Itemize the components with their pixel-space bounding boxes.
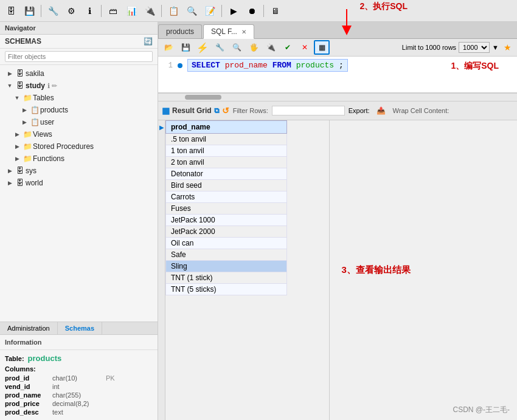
tab-administration[interactable]: Administration [0,322,58,334]
toolbar-btn-9[interactable]: 📋 [165,3,182,19]
tab-bar: products SQL F... ✕ [158,22,517,39]
tab-close-icon[interactable]: ✕ [241,29,246,35]
tree-item-tables[interactable]: ▼ 📁 Tables [0,92,158,104]
sql-hand-btn[interactable]: 🖐 [246,40,262,55]
table-row[interactable]: Detonator [166,168,287,180]
refresh-result-icon[interactable]: ↺ [222,106,229,115]
sql-grid-btn[interactable]: ▦ [314,40,330,55]
result-grid-tab[interactable]: ▦ Result Grid ⧉ ↺ [162,106,229,115]
favorite-btn[interactable]: ★ [500,40,515,55]
filter-input[interactable] [5,51,153,62]
table-row[interactable]: TNT (5 sticks) [166,284,287,295]
table-row[interactable]: Oil can [166,238,287,249]
col-type-proddesc: text [52,408,101,416]
sql-search-btn[interactable]: 🔍 [229,40,245,55]
toolbar-btn-12[interactable]: ▶ [225,3,242,19]
toolbar-btn-5[interactable]: ℹ [81,3,98,19]
scroll-thumb[interactable] [185,95,221,100]
tree-item-functions[interactable]: ▶ 📁 Functions [0,153,158,165]
sql-code[interactable]: SELECT prod_name FROM products ; [187,59,348,72]
tbl-ref-products: products [296,61,334,70]
sql-open-btn[interactable]: 📂 [161,40,176,55]
functions-icon: 📁 [22,154,33,164]
toolbar-sep-1 [41,5,41,17]
col-row-prodprice: prod_price decimal(8,2) [5,399,153,408]
tree-item-stored-procedures[interactable]: ▶ 📁 Stored Procedures [0,140,158,153]
data-grid-area: ▶ prod_name .5 ton anvil1 ton anvil2 ton… [158,120,517,420]
table-row[interactable]: 2 ton anvil [166,157,287,168]
filter-rows-input[interactable] [272,106,345,115]
tree-item-world[interactable]: ▶ 🗄 world [0,177,158,189]
arrow-sys: ▶ [5,166,15,176]
col-header-prodname: prod_name [166,121,287,134]
table-label: Table: [5,355,24,362]
sql-save-btn[interactable]: 💾 [178,40,193,55]
tree-item-sys[interactable]: ▶ 🗄 sys [0,165,158,177]
table-row[interactable]: JetPack 2000 [166,226,287,238]
table-row[interactable]: Fuses [166,203,287,215]
toolbar-btn-3[interactable]: 🔧 [44,3,61,19]
tree-item-products[interactable]: ▶ 📋 products [0,104,158,116]
filter-rows-label: Filter Rows: [233,107,268,114]
toolbar-btn-6[interactable]: 🗃 [105,3,122,19]
sql-line-1: 1 SELECT prod_name FROM products ; [161,59,515,72]
limit-select[interactable]: 1000 500 200 [459,42,490,53]
horizontal-scrollbar[interactable] [158,93,517,102]
toolbar-btn-13[interactable]: ⏺ [243,3,260,19]
table-row[interactable]: Sling [166,261,287,272]
arrow-study: ▼ [5,81,15,91]
info-section: Information [0,335,158,350]
arrow-sakila: ▶ [5,69,15,78]
export-btn[interactable]: 📤 [373,103,389,118]
sql-connect-btn[interactable]: 🔌 [263,40,279,55]
sql-cancel-btn[interactable]: ✕ [297,40,313,55]
tree-item-views[interactable]: ▶ 📁 Views [0,128,158,140]
navigator-label: Navigator [5,24,36,32]
toolbar-btn-2[interactable]: 💾 [21,3,38,19]
col-row-prodname: prod_name char(255) [5,391,153,399]
tree-item-sakila[interactable]: ▶ 🗄 sakila [0,67,158,80]
tab-schemas[interactable]: Schemas [58,322,102,334]
col-name-prodid: prod_id [5,374,47,382]
table-row[interactable]: Carrots [166,191,287,203]
row-arrow: ▶ [158,120,165,134]
toolbar-btn-4[interactable]: ⚙ [63,3,80,19]
tree-item-user[interactable]: ▶ 📋 user [0,116,158,128]
sql-editor[interactable]: 1 SELECT prod_name FROM products ; [158,57,517,93]
col-type-prodid: char(10) [52,374,101,382]
toolbar-btn-8[interactable]: 🔌 [141,3,158,19]
table-row[interactable]: 1 ton anvil [166,145,287,157]
table-row[interactable]: Bird seed [166,180,287,191]
table-row[interactable]: JetPack 1000 [166,215,287,226]
sql-execute-btn[interactable]: ⚡ [195,40,210,55]
sp-icon: 📁 [22,142,33,151]
label-sys: sys [26,167,36,175]
tab-products[interactable]: products [158,24,202,38]
row-indicator: ▶ [158,120,165,420]
label-views: Views [33,130,52,139]
data-grid[interactable]: prod_name .5 ton anvil1 ton anvil2 ton a… [165,120,330,420]
toolbar-btn-10[interactable]: 🔍 [183,3,200,19]
toolbar-btn-7[interactable]: 📊 [123,3,140,19]
kw-from: FROM [272,61,291,70]
tab-sql[interactable]: SQL F... ✕ [203,24,254,39]
sql-wrench-btn[interactable]: 🔧 [212,40,227,55]
arrow-products: ▶ [19,105,29,115]
toolbar-sep-3 [161,5,162,17]
dropdown-arrow: ▼ [492,44,499,51]
toolbar-btn-11[interactable]: 📝 [201,3,218,19]
toolbar-btn-14[interactable]: 🖥 [267,3,284,19]
table-row[interactable]: TNT (1 stick) [166,272,287,284]
schema-icon-sakila: 🗄 [15,69,26,78]
refresh-icon[interactable]: 🔄 [144,37,153,46]
toolbar-btn-1[interactable]: 🗄 [2,3,19,19]
label-sp: Stored Procedures [33,142,94,151]
table-row[interactable]: .5 ton anvil [166,134,287,145]
tree-item-study[interactable]: ▼ 🗄 study ℹ ✏ [0,80,158,92]
table-row[interactable]: Safe [166,249,287,261]
tree-area: ▶ 🗄 sakila ▼ 🗄 study ℹ ✏ ▼ 📁 Tables ▶ 📋 [0,65,158,322]
label-products: products [40,106,68,114]
csdn-label: CSDN @-王二毛- [453,405,510,415]
right-area: products SQL F... ✕ 📂 💾 ⚡ 🔧 🔍 🖐 🔌 ✔ ✕ ▦ … [158,22,517,420]
sql-check-btn[interactable]: ✔ [280,40,296,55]
